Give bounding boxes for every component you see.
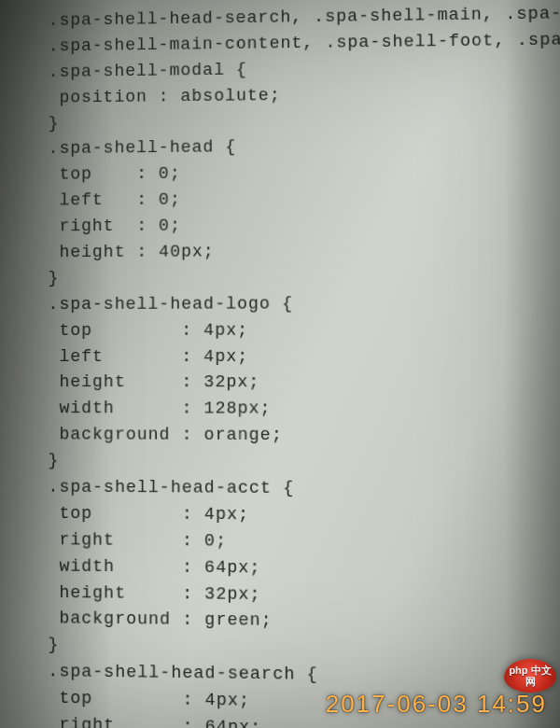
watermark-label: php 中文网 [504,659,556,687]
book-page: .spa-shell-head-search, .spa-shell-main,… [0,0,560,728]
photo-timestamp: 2017-06-03 14:59 [326,690,547,719]
css-code-block: .spa-shell-head-search, .spa-shell-main,… [25,0,560,728]
source-watermark: php 中文网 [504,659,556,693]
